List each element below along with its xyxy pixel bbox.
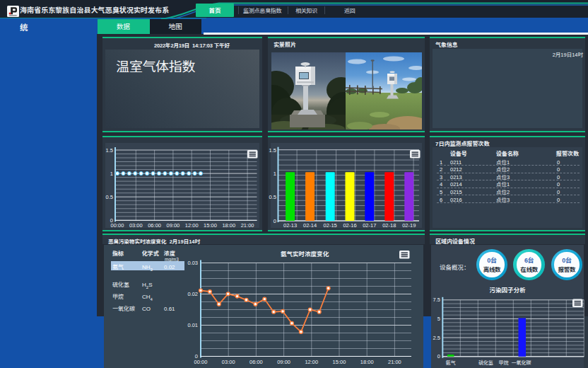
svg-text:7.5: 7.5 [433,297,440,303]
svg-text:1: 1 [274,171,276,177]
svg-text:06:00: 06:00 [249,359,263,365]
svg-text:00:00: 00:00 [194,359,208,365]
svg-text:0: 0 [437,353,440,360]
svg-text:5: 5 [437,316,440,322]
svg-text:03:00: 03:00 [129,222,143,229]
svg-text:09:00: 09:00 [167,222,180,229]
svg-text:一氧化碳: 一氧化碳 [512,359,531,366]
svg-text:0: 0 [274,218,276,224]
svg-text:02-13: 02-13 [283,222,297,229]
svg-text:02-14: 02-14 [303,222,317,229]
svg-text:12:00: 12:00 [185,222,199,229]
svg-text:02-18: 02-18 [382,222,396,229]
svg-text:09:00: 09:00 [277,359,290,365]
svg-text:21:00: 21:00 [388,359,401,365]
svg-text:0.03: 0.03 [187,260,198,266]
svg-text:1.5: 1.5 [269,147,276,154]
svg-text:15:00: 15:00 [204,222,217,229]
svg-text:02-16: 02-16 [343,222,356,229]
svg-text:甲烷: 甲烷 [499,359,509,366]
svg-text:0.5: 0.5 [106,194,113,200]
svg-text:2.5: 2.5 [433,335,440,341]
svg-text:02-19: 02-19 [402,222,416,229]
svg-text:02-15: 02-15 [324,222,337,229]
svg-text:18:00: 18:00 [360,359,374,365]
svg-text:02-17: 02-17 [363,222,376,229]
svg-text:06:00: 06:00 [148,222,161,229]
svg-text:0.5: 0.5 [269,194,276,200]
svg-text:15:00: 15:00 [333,359,346,365]
svg-text:21:00: 21:00 [241,222,254,229]
svg-text:18:00: 18:00 [222,222,235,229]
svg-text:1.5: 1.5 [106,147,113,154]
svg-text:0.02: 0.02 [187,291,198,297]
svg-text:03:00: 03:00 [222,359,235,365]
svg-text:硫化氢: 硫化氢 [478,359,493,366]
svg-text:0.01: 0.01 [187,322,198,328]
svg-text:00:00: 00:00 [111,222,124,229]
svg-text:12:00: 12:00 [305,359,318,365]
svg-text:1: 1 [110,171,113,177]
svg-text:氨气: 氨气 [446,359,456,366]
